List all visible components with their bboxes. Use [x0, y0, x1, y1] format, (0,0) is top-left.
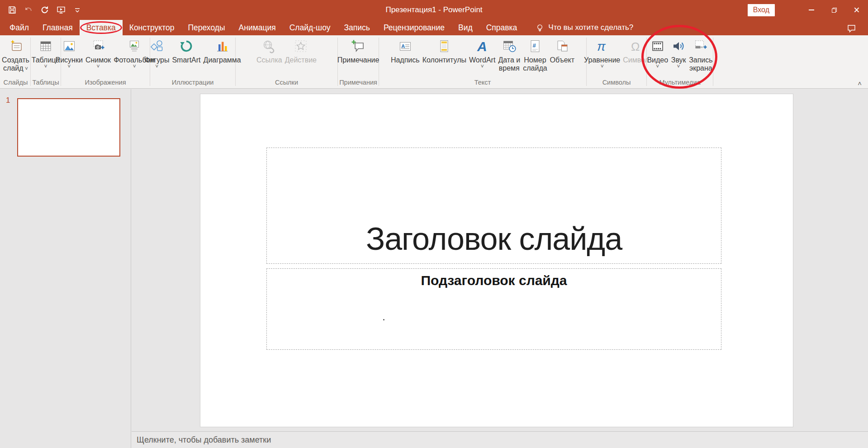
symbol-icon: Ω	[628, 38, 644, 54]
ribbon-group-symbols: πУравнение˅ΩСимволСимволы	[587, 35, 646, 88]
button-label: Номер	[524, 56, 546, 64]
group-label-links: Ссылки	[236, 78, 337, 88]
tab-справка[interactable]: Справка	[479, 20, 524, 35]
button-label: Фигуры	[144, 56, 169, 64]
undo-icon	[24, 5, 33, 15]
group-label-slides: Слайды	[1, 78, 30, 88]
wordart-button[interactable]: AWordArt˅	[468, 38, 496, 69]
slide-number-button[interactable]: #Номерслайда	[522, 38, 548, 72]
button-label: Звук	[671, 56, 686, 64]
window-controls: Вход ×	[748, 0, 868, 20]
tab-анимация[interactable]: Анимация	[232, 20, 283, 35]
powerpoint-window: Презентация1 - PowerPoint Вход × ФайлГла…	[0, 0, 868, 448]
dropdown-chevron-icon: ˅	[677, 64, 680, 69]
ribbon-content: Создатьслайд ˅СлайдыТаблица˅ТаблицыРисун…	[0, 35, 868, 88]
save-icon[interactable]	[7, 5, 17, 15]
ribbon-tabs: ФайлГлавнаяВставкаКонструкторПереходыАни…	[0, 20, 868, 35]
tab-label: Главная	[43, 23, 73, 33]
dropdown-chevron-icon: ˅	[601, 64, 604, 69]
link-button: Ссылка	[256, 38, 283, 64]
tab-file[interactable]: Файл	[3, 20, 36, 35]
start-slideshow-icon[interactable]	[56, 5, 66, 15]
table-icon	[38, 38, 53, 54]
equation-button[interactable]: πУравнение˅	[583, 38, 621, 69]
feedback-comment-icon[interactable]	[847, 24, 856, 35]
pictures-button[interactable]: Рисунки˅	[55, 38, 84, 69]
ribbon-group-links: СсылкаДействиеСсылки	[236, 35, 337, 88]
svg-text:#: #	[532, 42, 536, 49]
audio-icon	[671, 38, 686, 54]
customize-quick-access-icon[interactable]	[72, 5, 82, 15]
close-icon: ×	[854, 5, 859, 14]
tab-запись[interactable]: Запись	[337, 20, 376, 35]
tab-label: Вид	[458, 23, 473, 33]
group-label-symbols: Символы	[587, 78, 646, 88]
comment-button[interactable]: Примечание	[337, 38, 380, 64]
audio-button[interactable]: Звук˅	[670, 38, 687, 69]
dropdown-chevron-icon: ˅	[133, 64, 136, 69]
screen-recording-button[interactable]: Записьэкрана	[688, 38, 714, 72]
svg-text:A: A	[401, 43, 405, 49]
video-button[interactable]: Видео˅	[646, 38, 669, 69]
minimize-button[interactable]	[800, 0, 823, 20]
group-label-illustrations: Иллюстрации	[150, 78, 235, 88]
button-label: Дата и	[498, 56, 520, 64]
screen-recording-icon	[693, 38, 708, 54]
smartart-button[interactable]: SmartArt	[171, 38, 201, 64]
collapse-ribbon-icon[interactable]: ˄	[858, 80, 862, 87]
notes-placeholder: Щелкните, чтобы добавить заметки	[132, 435, 271, 445]
header-footer-icon	[436, 38, 452, 54]
dropdown-chevron-icon: ˅	[481, 64, 484, 69]
text-box-button[interactable]: AНадпись	[390, 38, 421, 64]
chart-icon	[214, 38, 230, 54]
tab-вид[interactable]: Вид	[451, 20, 479, 35]
group-label-tables: Таблицы	[31, 78, 61, 88]
svg-text:A: A	[477, 39, 487, 53]
tab-label: Файл	[9, 23, 29, 33]
dropdown-chevron-icon: ˅	[97, 64, 100, 69]
tab-переходы[interactable]: Переходы	[181, 20, 232, 35]
dropdown-chevron-icon: ˅	[155, 64, 158, 69]
link-icon	[261, 38, 277, 54]
subtitle-placeholder[interactable]: Подзаголовок слайда	[266, 268, 721, 350]
new-slide-button[interactable]: Создатьслайд ˅	[1, 38, 30, 72]
ribbon-group-media: Видео˅Звук˅ЗаписьэкранаМультимедиа	[647, 35, 713, 88]
quick-access-toolbar	[0, 5, 82, 15]
tab-рецензирование[interactable]: Рецензирование	[377, 20, 451, 35]
pictures-icon	[62, 38, 77, 54]
tell-me-box[interactable]: Что вы хотите сделать?	[536, 20, 633, 35]
notes-bar[interactable]: Щелкните, чтобы добавить заметки	[132, 431, 868, 448]
group-label-media: Мультимедиа	[647, 78, 713, 88]
screenshot-button[interactable]: Снимок˅	[85, 38, 112, 69]
title-placeholder[interactable]: Заголовок слайда	[266, 148, 721, 264]
action-icon	[293, 38, 308, 54]
text-box-icon: A	[398, 38, 413, 54]
minimize-icon	[809, 10, 814, 10]
close-button[interactable]: ×	[845, 0, 868, 20]
shapes-button[interactable]: Фигуры˅	[143, 38, 170, 69]
header-footer-button[interactable]: Колонтитулы	[422, 38, 467, 64]
screenshot-icon	[90, 38, 106, 54]
tab-label: Переходы	[188, 23, 225, 33]
tab-конструктор[interactable]: Конструктор	[123, 20, 181, 35]
tab-label: Запись	[344, 23, 370, 33]
tab-вставка[interactable]: Вставка	[80, 20, 123, 35]
smartart-icon	[179, 38, 194, 54]
button-label: Уравнение	[584, 56, 620, 64]
restore-button[interactable]	[823, 0, 845, 20]
object-icon	[555, 38, 570, 54]
video-icon	[650, 38, 665, 54]
sign-in-button[interactable]: Вход	[748, 4, 775, 16]
tab-слайд-шоу[interactable]: Слайд-шоу	[283, 20, 337, 35]
dropdown-chevron-icon: ˅	[67, 64, 71, 69]
button-label: Символ	[623, 56, 649, 64]
work-area: 1 Заголовок слайда Подзаголовок слайда Щ…	[0, 89, 868, 448]
slide-1-thumbnail[interactable]	[17, 98, 120, 157]
date-time-button[interactable]: Дата ивремя	[497, 38, 521, 72]
ribbon-group-images: Рисунки˅Снимок˅Фотоальбом˅Изображения	[61, 35, 150, 88]
slide-canvas: Заголовок слайда Подзаголовок слайда	[200, 94, 793, 427]
slide-thumbnail-panel: 1	[0, 89, 131, 448]
tab-главная[interactable]: Главная	[36, 20, 80, 35]
object-button[interactable]: Объект	[549, 38, 575, 64]
redo-icon[interactable]	[40, 5, 50, 15]
